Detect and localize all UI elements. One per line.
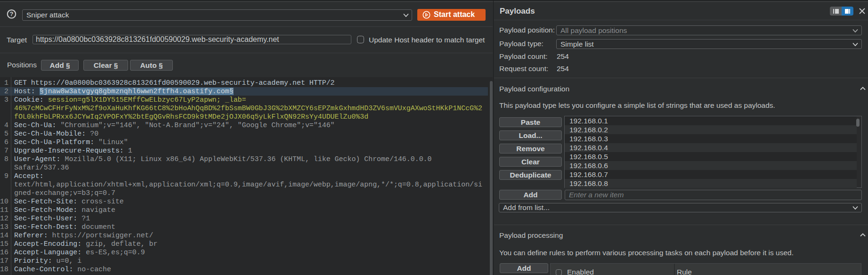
svg-text:?: ? bbox=[10, 10, 14, 17]
